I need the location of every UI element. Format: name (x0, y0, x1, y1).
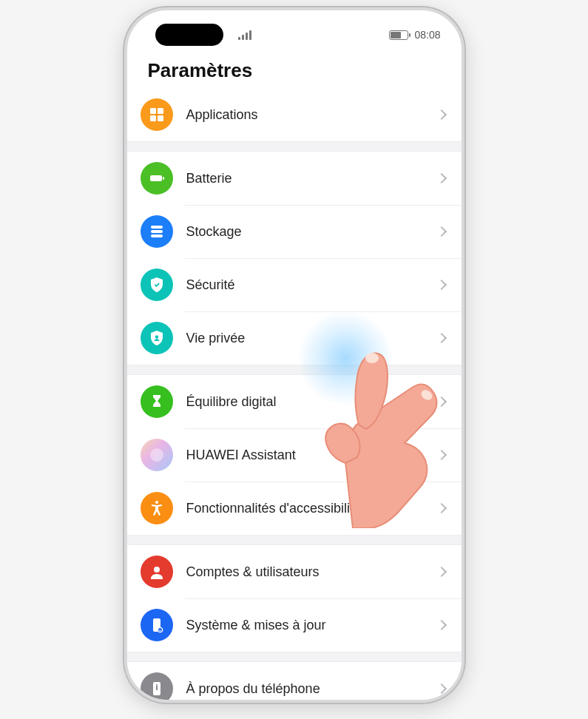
svg-rect-1 (158, 108, 163, 114)
svg-rect-5 (163, 177, 164, 180)
svg-rect-15 (156, 686, 158, 690)
row-battery[interactable]: Batterie (127, 152, 462, 205)
storage-icon (141, 215, 173, 248)
row-accessibility[interactable]: Fonctionnalités d'accessibilité (127, 482, 462, 535)
row-privacy[interactable]: Vie privée (127, 311, 462, 365)
row-label: Système & mises à jour (186, 618, 438, 633)
svg-point-10 (150, 448, 163, 462)
assistant-icon (141, 439, 173, 471)
chevron-right-icon (436, 567, 446, 577)
row-system[interactable]: Système & mises à jour (127, 598, 462, 652)
battery-settings-icon (141, 162, 173, 195)
chevron-right-icon (436, 503, 446, 513)
row-label: Stockage (186, 224, 438, 240)
chevron-right-icon (436, 280, 446, 290)
phone-frame: 08:08 Paramètres Applications Batterie (124, 7, 464, 703)
volume-button[interactable] (463, 136, 464, 225)
row-label: Sécurité (186, 277, 438, 293)
svg-rect-16 (156, 684, 158, 686)
chevron-right-icon (436, 620, 446, 630)
status-time: 08:08 (414, 29, 440, 41)
battery-icon (389, 30, 408, 40)
row-security[interactable]: Sécurité (127, 258, 462, 311)
row-label: Applications (186, 107, 438, 123)
chevron-right-icon (436, 173, 446, 183)
svg-rect-6 (151, 226, 163, 229)
screen: 08:08 Paramètres Applications Batterie (127, 10, 462, 700)
svg-rect-2 (150, 115, 156, 121)
row-label: Batterie (186, 171, 438, 186)
system-update-icon (141, 609, 173, 641)
chevron-right-icon (436, 450, 446, 460)
svg-rect-8 (151, 234, 163, 237)
settings-list: Applications Batterie Stockage (127, 88, 462, 700)
chevron-right-icon (436, 396, 446, 407)
row-label: Vie privée (186, 331, 438, 346)
group-separator (127, 535, 462, 545)
user-icon (141, 556, 173, 588)
row-storage[interactable]: Stockage (127, 205, 462, 258)
svg-point-13 (158, 627, 162, 632)
power-button[interactable] (463, 240, 464, 291)
apps-icon (141, 98, 173, 131)
svg-point-11 (154, 567, 160, 573)
svg-point-9 (155, 335, 158, 338)
group-separator (127, 652, 462, 662)
shield-icon (141, 269, 173, 301)
privacy-icon (141, 322, 173, 354)
chevron-right-icon (436, 333, 446, 343)
row-label: Fonctionnalités d'accessibilité (186, 501, 438, 516)
row-label: HUAWEI Assistant (186, 448, 438, 463)
row-accounts[interactable]: Comptes & utilisateurs (127, 545, 462, 598)
svg-rect-3 (158, 115, 163, 121)
row-label: Comptes & utilisateurs (186, 564, 438, 580)
svg-rect-4 (150, 175, 162, 181)
svg-rect-7 (151, 230, 163, 233)
about-phone-icon (141, 672, 173, 700)
group-separator (127, 141, 462, 152)
accessibility-icon (141, 492, 173, 524)
svg-rect-0 (150, 108, 156, 114)
row-digital-balance[interactable]: Équilibre digital (127, 375, 462, 428)
row-label: Équilibre digital (186, 394, 438, 410)
page-title: Paramètres (127, 46, 462, 88)
row-about[interactable]: À propos du téléphone (127, 662, 462, 700)
chevron-right-icon (436, 683, 446, 694)
row-applications[interactable]: Applications (127, 88, 462, 141)
row-assistant[interactable]: HUAWEI Assistant (127, 428, 462, 482)
chevron-right-icon (436, 226, 446, 237)
notch (155, 24, 223, 46)
hourglass-icon (141, 385, 173, 418)
row-label: À propos du téléphone (186, 681, 438, 697)
chevron-right-icon (436, 109, 446, 120)
group-separator (127, 365, 462, 375)
signal-icon (238, 30, 251, 40)
